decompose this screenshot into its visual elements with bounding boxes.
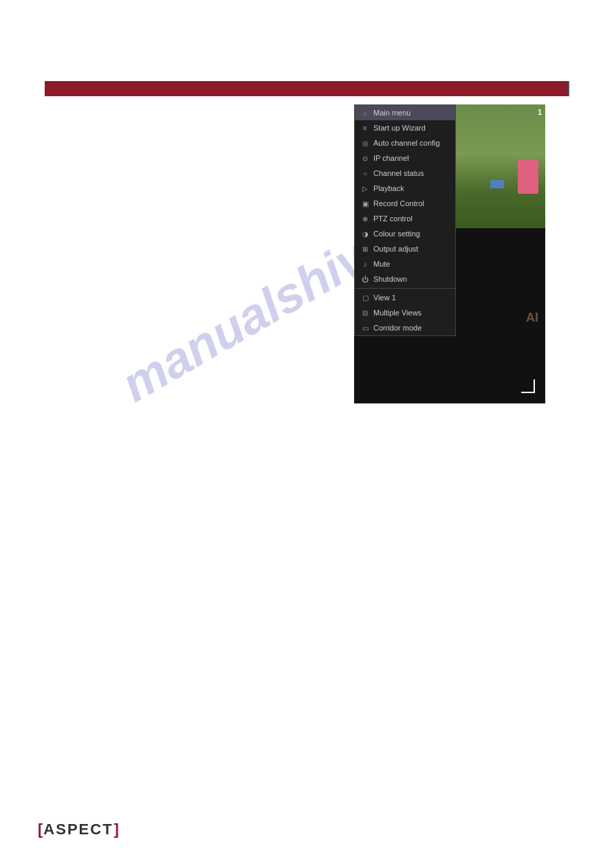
- corridor-icon: ▭: [360, 323, 370, 333]
- menu-item-corridor-mode[interactable]: ▭Corridor mode: [355, 320, 455, 335]
- camera-container: 1 AI ⌂Main menu≡Start up Wizard◎Auto cha…: [354, 104, 545, 403]
- menu-divider-11: [355, 288, 455, 289]
- menu-label-shutdown: Shutdown: [373, 275, 407, 283]
- list-icon: ≡: [360, 123, 370, 133]
- menu-item-multiple-views[interactable]: ⊟Multiple Views: [355, 305, 455, 320]
- menu-label-colour-setting: Colour setting: [373, 230, 420, 238]
- menu-item-main-menu[interactable]: ⌂Main menu: [355, 105, 455, 120]
- top-banner: [45, 81, 569, 96]
- menu-item-auto-channel[interactable]: ◎Auto channel config: [355, 135, 455, 151]
- menu-label-view1: View 1: [373, 293, 396, 302]
- logo-bracket-left: [: [38, 822, 43, 837]
- logo-text: ASPECT: [43, 822, 113, 837]
- menu-item-ptz-control[interactable]: ⊕PTZ control: [355, 211, 455, 226]
- menu-item-channel-status[interactable]: ○Channel status: [355, 166, 455, 181]
- chair-object: [518, 159, 538, 194]
- brand-logo: [ ASPECT ]: [38, 822, 119, 837]
- menu-label-multiple-views: Multiple Views: [373, 309, 421, 317]
- menu-label-mute: Mute: [373, 260, 390, 268]
- menu-label-output-adjust: Output adjust: [373, 245, 418, 253]
- speaker-icon: ♪: [360, 259, 370, 269]
- menu-item-colour-setting[interactable]: ◑Colour setting: [355, 226, 455, 241]
- menu-label-ip-channel: IP channel: [373, 154, 409, 162]
- menu-item-ip-channel[interactable]: ⊙IP channel: [355, 151, 455, 166]
- menu-label-startup-wizard: Start up Wizard: [373, 124, 426, 132]
- channel-number: 1: [538, 108, 542, 116]
- menu-item-startup-wizard[interactable]: ≡Start up Wizard: [355, 120, 455, 135]
- menu-item-mute[interactable]: ♪Mute: [355, 256, 455, 271]
- menu-label-corridor-mode: Corridor mode: [373, 324, 421, 332]
- power-icon: ⏻: [360, 274, 370, 284]
- menu-label-playback: Playback: [373, 184, 404, 192]
- menu-item-playback[interactable]: ▷Playback: [355, 181, 455, 196]
- context-menu: ⌂Main menu≡Start up Wizard◎Auto channel …: [354, 104, 456, 336]
- menu-label-auto-channel: Auto channel config: [373, 139, 440, 147]
- menu-item-output-adjust[interactable]: ⊞Output adjust: [355, 241, 455, 256]
- bench-object: [490, 180, 504, 188]
- menu-label-record-control: Record Control: [373, 199, 424, 208]
- camera-icon: ⊙: [360, 153, 370, 163]
- grid-icon: ⊟: [360, 308, 370, 318]
- menu-item-shutdown[interactable]: ⏻Shutdown: [355, 271, 455, 287]
- menu-item-view1[interactable]: ▢View 1: [355, 290, 455, 305]
- sliders-icon: ⊞: [360, 244, 370, 254]
- circle-icon: ○: [360, 168, 370, 178]
- camera-overlay-text: AI: [526, 311, 538, 325]
- menu-label-ptz-control: PTZ control: [373, 214, 413, 223]
- play-icon: ▷: [360, 183, 370, 193]
- corner-bracket-icon: [521, 379, 535, 393]
- ptz-icon: ⊕: [360, 214, 370, 223]
- colour-icon: ◑: [360, 229, 370, 238]
- record-icon: ▣: [360, 199, 370, 208]
- logo-bracket-right: ]: [114, 822, 119, 837]
- menu-label-channel-status: Channel status: [373, 169, 424, 177]
- menu-item-record-control[interactable]: ▣Record Control: [355, 196, 455, 211]
- menu-label-main-menu: Main menu: [373, 109, 410, 117]
- broadcast-icon: ◎: [360, 138, 370, 148]
- home-icon: ⌂: [360, 108, 370, 118]
- view1-icon: ▢: [360, 293, 370, 302]
